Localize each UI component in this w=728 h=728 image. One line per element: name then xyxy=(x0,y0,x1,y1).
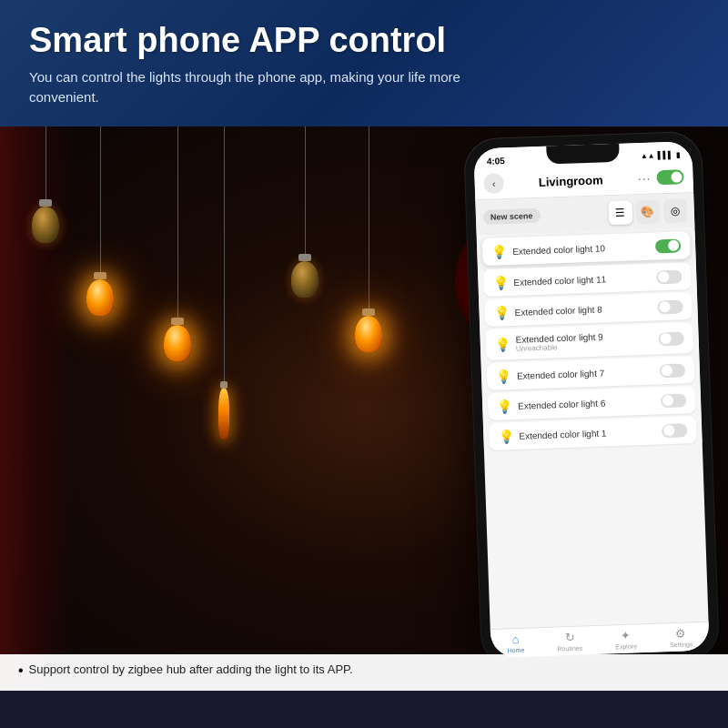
back-button[interactable]: ‹ xyxy=(483,173,504,194)
nav-explore-label: Explore xyxy=(615,642,637,650)
header-right: ··· xyxy=(638,169,684,186)
light-item-1[interactable]: 💡 Extended color light 11 xyxy=(483,262,692,297)
new-scene-button[interactable]: New scene xyxy=(483,208,541,225)
light-name-1: Extended color light 11 xyxy=(513,272,656,287)
phone-bottom-nav: ⌂ Home ↻ Routines ✦ Explore ⚙ Settings xyxy=(490,621,710,657)
light-item-0[interactable]: 💡 Extended color light 10 xyxy=(482,231,691,266)
light-toggle-5[interactable] xyxy=(661,393,687,408)
bulb-5 xyxy=(291,126,318,298)
bulb-icon-2: 💡 xyxy=(493,305,510,320)
phone-notch xyxy=(546,144,620,165)
status-icons: ▲▲ ▌▌▌ ▮ xyxy=(641,150,680,159)
phone-mockup: 4:05 ▲▲ ▌▌▌ ▮ ‹ Livingroom ··· xyxy=(464,131,719,667)
light-item-6[interactable]: 💡 Extended color light 1 xyxy=(489,416,697,450)
bulb-icon-6: 💡 xyxy=(498,429,514,444)
nav-explore[interactable]: ✦ Explore xyxy=(615,628,638,650)
signal-icon: ▌▌▌ xyxy=(657,150,672,159)
explore-icon: ✦ xyxy=(621,628,632,642)
nav-routines[interactable]: ↻ Routines xyxy=(557,630,582,652)
nav-home[interactable]: ⌂ Home xyxy=(507,632,524,654)
nav-settings[interactable]: ⚙ Settings xyxy=(669,626,693,648)
phone-outer: 4:05 ▲▲ ▌▌▌ ▮ ‹ Livingroom ··· xyxy=(464,131,719,667)
light-toggle-6[interactable] xyxy=(662,423,688,438)
main-scene: G-F HARLEY CYC MOT 4:05 ▲▲ ▌▌▌ ▮ xyxy=(0,126,728,691)
routines-icon: ↻ xyxy=(564,631,575,644)
nav-home-label: Home xyxy=(508,647,525,654)
bulb-icon-5: 💡 xyxy=(497,399,513,414)
light-toggle-0[interactable] xyxy=(655,238,682,253)
nav-routines-label: Routines xyxy=(557,644,582,652)
top-banner: Smart phone APP control You can control … xyxy=(0,0,728,126)
light-item-5[interactable]: 💡 Extended color light 6 xyxy=(488,386,696,420)
bulb-icon-4: 💡 xyxy=(496,369,512,384)
light-name-5: Extended color light 6 xyxy=(518,396,661,410)
color-view-button[interactable]: 🎨 xyxy=(635,199,660,224)
light-name-4: Extended color light 7 xyxy=(517,366,660,380)
wheel-view-button[interactable]: ◎ xyxy=(662,198,687,223)
bulb-4 xyxy=(218,126,229,439)
room-toggle[interactable] xyxy=(656,169,684,185)
bulb-3 xyxy=(164,126,191,361)
light-item-2[interactable]: 💡 Extended color light 8 xyxy=(484,292,693,327)
bulb-icon-0: 💡 xyxy=(491,244,508,259)
wifi-icon: ▲▲ xyxy=(641,151,655,160)
light-item-3[interactable]: 💡 Extended color light 9 Unreachable xyxy=(485,322,693,360)
settings-icon: ⚙ xyxy=(675,626,687,640)
light-list: 💡 Extended color light 10 💡 Extended col… xyxy=(477,231,703,450)
bottom-footer: • Support control by zigbee hub after ad… xyxy=(0,654,728,691)
home-icon: ⌂ xyxy=(511,632,519,646)
light-name-6: Extended color light 1 xyxy=(519,426,662,440)
light-name-2: Extended color light 8 xyxy=(514,302,657,317)
toolbar-icons: ☰ 🎨 ◎ xyxy=(608,198,687,225)
bullet-point: • xyxy=(18,662,24,679)
light-item-4[interactable]: 💡 Extended color light 7 xyxy=(487,356,695,390)
bulb-icon-3: 💡 xyxy=(495,337,511,352)
phone-toolbar: New scene ☰ 🎨 ◎ xyxy=(475,193,694,235)
bulb-2 xyxy=(86,126,114,316)
footer-text: Support control by zigbee hub after addi… xyxy=(29,662,353,678)
light-name-0: Extended color light 10 xyxy=(512,241,655,256)
light-toggle-4[interactable] xyxy=(660,363,686,378)
more-options-button[interactable]: ··· xyxy=(638,170,652,186)
main-description: You can control the lights through the p… xyxy=(29,67,466,108)
status-time: 4:05 xyxy=(487,155,505,166)
list-view-button[interactable]: ☰ xyxy=(608,200,632,225)
room-title: Livingroom xyxy=(539,173,603,188)
light-toggle-3[interactable] xyxy=(658,331,684,346)
light-toggle-1[interactable] xyxy=(656,269,682,284)
nav-settings-label: Settings xyxy=(670,641,693,648)
phone-screen: 4:05 ▲▲ ▌▌▌ ▮ ‹ Livingroom ··· xyxy=(473,141,709,658)
bulb-6 xyxy=(355,126,382,352)
light-toggle-2[interactable] xyxy=(657,299,683,314)
battery-icon: ▮ xyxy=(675,150,679,158)
bulb-1 xyxy=(32,126,59,243)
bulb-icon-1: 💡 xyxy=(492,275,509,290)
main-title: Smart phone APP control xyxy=(29,22,699,60)
